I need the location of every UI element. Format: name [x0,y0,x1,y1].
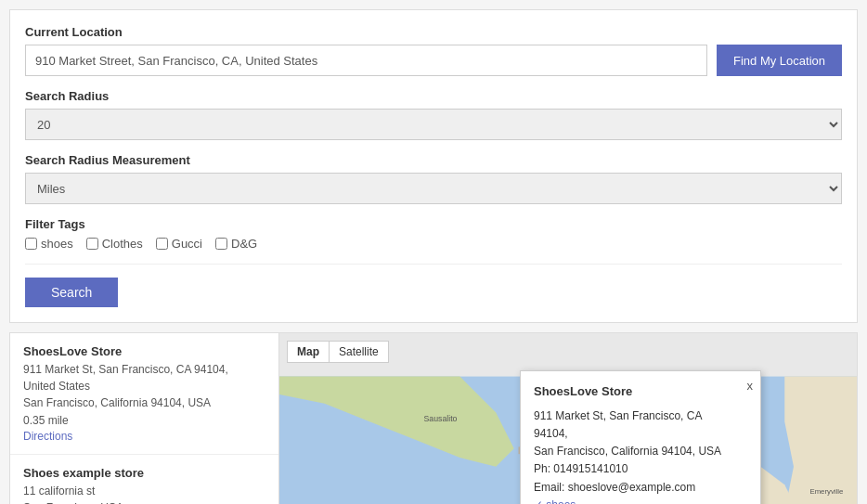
map-area: San Francisco Oakland Sausalito Emeryvil… [278,332,858,504]
svg-text:Emeryville: Emeryville [809,487,843,496]
map-tab-map[interactable]: Map [288,342,330,362]
tag-clothes-checkbox[interactable] [86,238,98,250]
store-item-1: ShoesLove Store 911 Market St, San Franc… [10,333,278,455]
results-section: ShoesLove Store 911 Market St, San Franc… [9,332,858,504]
form-divider [25,264,842,265]
find-location-button[interactable]: Find My Location [717,45,842,76]
popup-store-name: ShoesLove Store [534,382,747,402]
map-tabs: Map Satellite [287,341,389,363]
search-radius-label: Search Radius [25,89,842,103]
filter-tags-row: shoes Clothes Gucci D&G [25,237,842,251]
tag-gucci-label[interactable]: Gucci [156,237,202,251]
popup-phone: Ph: 014915141010 [534,460,747,478]
popup-close-button[interactable]: x [747,377,754,396]
popup-address: 911 Market St, San Francisco, CA 94104, … [534,407,747,461]
search-radius-measurement-group: Search Radius Measurement Miles Kilomete… [25,153,842,204]
store-address-2: 11 california st San Francisco, USA [23,483,265,504]
map-tab-satellite[interactable]: Satellite [330,342,388,362]
tag-shoes-checkbox[interactable] [25,238,37,250]
tag-dg-checkbox[interactable] [215,238,227,250]
map-popup: x ShoesLove Store 911 Market St, San Fra… [520,370,761,504]
store-address-1: 911 Market St, San Francisco, CA 94104, … [23,361,265,411]
tag-shoes-label[interactable]: shoes [25,237,73,251]
store-directions-1[interactable]: Directions [23,430,72,443]
filter-tags-label: Filter Tags [25,217,842,231]
current-location-input[interactable]: 910 Market Street, San Francisco, CA, Un… [25,45,707,76]
search-button[interactable]: Search [25,278,118,307]
location-row: 910 Market Street, San Francisco, CA, Un… [25,45,842,76]
search-radius-measurement-label: Search Radius Measurement [25,153,842,167]
current-location-label: Current Location [25,25,842,39]
search-radius-measurement-select[interactable]: Miles Kilometers [25,173,842,204]
store-distance-1: 0.35 mile [23,414,265,427]
search-radius-select[interactable]: 20 5 10 50 [25,109,842,140]
tag-clothes-label[interactable]: Clothes [86,237,143,251]
store-list: ShoesLove Store 911 Market St, San Franc… [9,332,278,504]
search-form-container: Current Location 910 Market Street, San … [9,9,858,323]
store-name-1: ShoesLove Store [23,344,265,358]
popup-email: Email: shoeslove@example.com [534,479,747,497]
tag-gucci-checkbox[interactable] [156,238,168,250]
current-location-group: Current Location 910 Market Street, San … [25,25,842,76]
search-radius-group: Search Radius 20 5 10 50 [25,89,842,140]
store-item-2: Shoes example store 11 california st San… [10,455,278,504]
popup-tag: ✓ shoes [534,497,747,504]
tag-dg-label[interactable]: D&G [215,237,257,251]
svg-text:Sausalito: Sausalito [424,414,458,423]
filter-tags-group: Filter Tags shoes Clothes Gucci D&G [25,217,842,251]
store-name-2: Shoes example store [23,466,265,480]
